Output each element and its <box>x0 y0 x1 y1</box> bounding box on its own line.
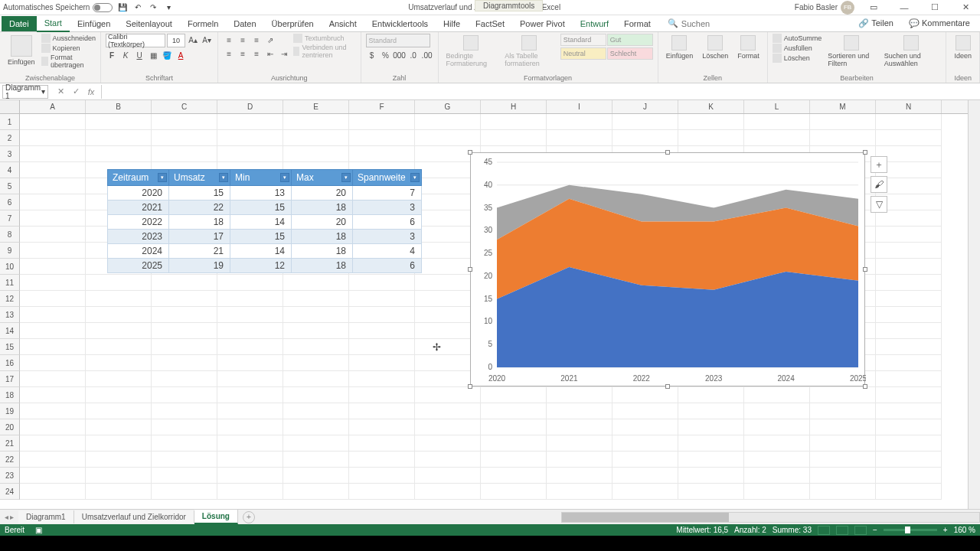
col-header[interactable]: E <box>283 100 349 113</box>
tab-powerpivot[interactable]: Power Pivot <box>512 16 573 31</box>
th-zeitraum[interactable]: Zeitraum▾ <box>108 170 169 186</box>
indent-right-icon[interactable]: ⇥ <box>278 47 290 60</box>
col-header[interactable]: G <box>415 100 481 113</box>
resize-handle[interactable] <box>468 267 472 272</box>
align-center-icon[interactable]: ≡ <box>237 47 249 60</box>
formula-fx-icon[interactable]: fx <box>84 85 98 99</box>
zoom-slider[interactable] <box>884 529 937 531</box>
ideen-button[interactable]: Ideen <box>951 34 975 61</box>
sheet-nav-last-icon[interactable]: ▸ <box>10 513 14 521</box>
filter-icon[interactable]: ▾ <box>280 173 289 182</box>
col-header[interactable]: L <box>744 100 810 113</box>
indent-left-icon[interactable]: ⇤ <box>264 47 276 60</box>
teilen-button[interactable]: 🔗 Teilen <box>851 15 900 31</box>
maximize-icon[interactable]: ☐ <box>923 1 946 15</box>
row-header[interactable]: 21 <box>0 435 20 452</box>
resize-handle[interactable] <box>665 384 670 389</box>
horizontal-scrollbar[interactable] <box>561 512 980 523</box>
select-all-corner[interactable] <box>0 100 20 113</box>
grow-font-icon[interactable]: A▴ <box>187 34 199 46</box>
col-header[interactable]: F <box>349 100 415 113</box>
formula-accept-icon[interactable]: ✓ <box>69 85 83 99</box>
row-header[interactable]: 7 <box>0 210 20 227</box>
th-max[interactable]: Max▾ <box>292 170 353 186</box>
zoom-out-icon[interactable]: − <box>873 526 877 534</box>
row-header[interactable]: 2 <box>0 130 20 146</box>
chart-elements-button[interactable]: ＋ <box>871 156 887 173</box>
row-header[interactable]: 15 <box>0 339 20 355</box>
zellen-format-button[interactable]: Format <box>734 34 763 61</box>
tab-daten[interactable]: Daten <box>226 16 263 31</box>
fill-color-icon[interactable]: 🪣 <box>161 49 173 61</box>
autosumme-button[interactable]: AutoSumme <box>773 34 822 43</box>
tab-factset[interactable]: FactSet <box>468 16 512 31</box>
formula-cancel-icon[interactable]: ✕ <box>54 85 67 99</box>
view-page-break-icon[interactable] <box>854 526 867 535</box>
qat-customize-icon[interactable]: ▾ <box>163 2 174 13</box>
resize-handle[interactable] <box>468 384 472 389</box>
chevron-down-icon[interactable]: ▾ <box>41 87 45 96</box>
chart-object[interactable]: ＋ 🖌 ▽ 0510152025303540452020202120222023… <box>470 152 865 386</box>
row-header[interactable]: 23 <box>0 468 20 484</box>
align-bottom-icon[interactable]: ≡ <box>250 34 263 46</box>
tab-datei[interactable]: Datei <box>2 16 37 31</box>
align-top-icon[interactable]: ≡ <box>223 34 235 46</box>
bold-icon[interactable]: F <box>106 49 118 61</box>
tab-entwurf[interactable]: Entwurf <box>573 16 616 31</box>
th-min[interactable]: Min▾ <box>230 170 292 186</box>
loeschen-edit-button[interactable]: Löschen <box>773 54 822 63</box>
tab-format[interactable]: Format <box>616 16 658 31</box>
align-left-icon[interactable]: ≡ <box>223 47 235 60</box>
tab-entwicklertools[interactable]: Entwicklertools <box>364 16 436 31</box>
zellen-loeschen-button[interactable]: Löschen <box>699 34 731 61</box>
tab-ansicht[interactable]: Ansicht <box>322 16 364 31</box>
row-header[interactable]: 19 <box>0 403 20 419</box>
autosave-toggle[interactable]: Automatisches Speichern <box>3 3 113 12</box>
tab-ueberpruefen[interactable]: Überprüfen <box>264 16 322 31</box>
vertical-scrollbar[interactable] <box>968 100 980 509</box>
col-header[interactable]: J <box>612 100 678 113</box>
redo-icon[interactable]: ↷ <box>148 2 158 13</box>
formula-input[interactable] <box>102 85 980 99</box>
filter-icon[interactable]: ▾ <box>341 173 351 182</box>
row-header[interactable]: 18 <box>0 387 20 403</box>
einfuegen-button[interactable]: Einfügen <box>5 34 38 67</box>
search-ribbon[interactable]: 🔍 Suchen <box>668 18 710 28</box>
col-header[interactable]: A <box>20 100 86 113</box>
col-header[interactable]: N <box>876 100 942 113</box>
row-header[interactable]: 14 <box>0 323 20 339</box>
orientation-icon[interactable]: ⇗ <box>264 34 276 46</box>
col-header[interactable]: H <box>481 100 547 113</box>
tab-seitenlayout[interactable]: Seitenlayout <box>118 16 180 31</box>
filter-icon[interactable]: ▾ <box>410 173 420 182</box>
border-icon[interactable]: ▦ <box>147 49 159 61</box>
row-header[interactable]: 22 <box>0 452 20 468</box>
th-spannweite[interactable]: Spannweite▾ <box>353 170 422 186</box>
col-header[interactable]: K <box>678 100 744 113</box>
view-page-layout-icon[interactable] <box>836 526 848 535</box>
resize-handle[interactable] <box>468 150 472 155</box>
save-icon[interactable]: 💾 <box>117 2 128 13</box>
user-account[interactable]: Fabio Basler FB <box>795 1 854 15</box>
name-box[interactable]: Diagramm 1▾ <box>2 85 48 99</box>
kommentare-button[interactable]: 💬 Kommentare <box>902 15 977 31</box>
row-header[interactable]: 16 <box>0 355 20 371</box>
kopieren-button[interactable]: Kopieren <box>41 44 96 53</box>
row-header[interactable]: 9 <box>0 243 20 259</box>
format-uebertragen-button[interactable]: Format übertragen <box>41 54 96 69</box>
row-header[interactable]: 24 <box>0 484 20 500</box>
col-header[interactable]: D <box>217 100 283 113</box>
sheet-add-button[interactable]: + <box>243 511 255 523</box>
resize-handle[interactable] <box>863 150 867 155</box>
sheet-tab-umsatzverlauf[interactable]: Umsatzverlauf und Zielkorridor <box>74 510 194 523</box>
col-header[interactable]: C <box>152 100 217 113</box>
close-icon[interactable]: ✕ <box>954 1 977 15</box>
row-header[interactable]: 3 <box>0 146 20 162</box>
sheet-nav-first-icon[interactable]: ◂ <box>5 513 8 521</box>
resize-handle[interactable] <box>863 267 867 272</box>
ribbon-display-icon[interactable]: ▭ <box>862 1 885 15</box>
row-header[interactable]: 10 <box>0 259 20 275</box>
font-size-selector[interactable]: 10 <box>167 34 185 47</box>
ausschneiden-button[interactable]: Ausschneiden <box>41 34 96 43</box>
row-header[interactable]: 12 <box>0 291 20 307</box>
